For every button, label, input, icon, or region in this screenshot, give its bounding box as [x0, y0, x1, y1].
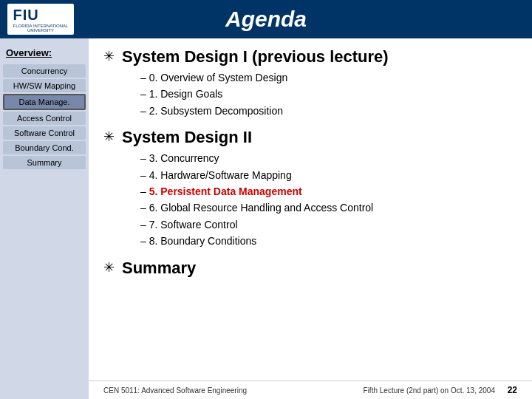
logo-text: FIU: [13, 7, 69, 24]
section3-header: ✳ Summary: [103, 259, 517, 278]
section-summary: ✳ Summary: [103, 259, 517, 278]
list-item: 8. Boundary Conditions: [140, 233, 517, 249]
sidebar-item-hwsw[interactable]: HW/SW Mapping: [3, 79, 86, 92]
section1-header: ✳ System Design I (previous lecture): [103, 47, 517, 66]
section-design2: ✳ System Design II 3. Concurrency 4. Har…: [103, 128, 517, 249]
section2-title: System Design II: [122, 128, 252, 147]
list-item: 3. Concurrency: [140, 150, 517, 166]
highlight-text: 5. Persistent Data Management: [149, 185, 302, 197]
sidebar-item-access-control[interactable]: Access Control: [3, 112, 86, 125]
sidebar-item-data-manage[interactable]: Data Manage.: [3, 94, 86, 110]
footer-left: CEN 5011: Advanced Software Engineering: [103, 386, 247, 395]
section1-title: System Design I (previous lecture): [122, 47, 389, 66]
bullet-star-3: ✳: [103, 259, 115, 276]
list-item: 7. Software Control: [140, 216, 517, 233]
page-number: 22: [508, 385, 517, 395]
section3-title: Summary: [122, 259, 196, 278]
list-item: 0. Overview of System Design: [140, 69, 517, 86]
sidebar: Overview: Concurrency HW/SW Mapping Data…: [0, 38, 89, 399]
sidebar-item-software-control[interactable]: Software Control: [3, 126, 86, 140]
list-item: 1. Design Goals: [140, 86, 517, 102]
footer-right: Fifth Lecture (2nd part) on Oct. 13, 200…: [364, 385, 517, 395]
list-item: 4. Hardware/Software Mapping: [140, 167, 517, 183]
list-item: 5. Persistent Data Management: [140, 183, 517, 200]
content-area: ✳ System Design I (previous lecture) 0. …: [89, 38, 532, 399]
list-item: 2. Subsystem Decomposition: [140, 103, 517, 119]
logo-box: FIU FLORIDA INTERNATIONALUNIVERSITY: [7, 4, 74, 35]
section1-items: 0. Overview of System Design 1. Design G…: [140, 69, 517, 119]
header: FIU FLORIDA INTERNATIONALUNIVERSITY Agen…: [0, 0, 532, 38]
main-layout: Overview: Concurrency HW/SW Mapping Data…: [0, 38, 532, 399]
sidebar-item-summary[interactable]: Summary: [3, 156, 86, 169]
section-design1: ✳ System Design I (previous lecture) 0. …: [103, 47, 517, 119]
footer: CEN 5011: Advanced Software Engineering …: [89, 381, 532, 399]
list-item: 6. Global Resource Handling and Access C…: [140, 200, 517, 216]
bullet-star-2: ✳: [103, 129, 115, 145]
bullet-star-1: ✳: [103, 48, 115, 64]
section2-items: 3. Concurrency 4. Hardware/Software Mapp…: [140, 150, 517, 249]
sidebar-item-concurrency[interactable]: Concurrency: [3, 64, 86, 78]
sidebar-item-boundary-cond[interactable]: Boundary Cond.: [3, 141, 86, 154]
section2-header: ✳ System Design II: [103, 128, 517, 147]
logo-area: FIU FLORIDA INTERNATIONALUNIVERSITY: [7, 4, 74, 35]
page-title: Agenda: [225, 7, 307, 32]
logo-sub: FLORIDA INTERNATIONALUNIVERSITY: [13, 24, 69, 33]
sidebar-overview-label: Overview:: [0, 44, 89, 63]
